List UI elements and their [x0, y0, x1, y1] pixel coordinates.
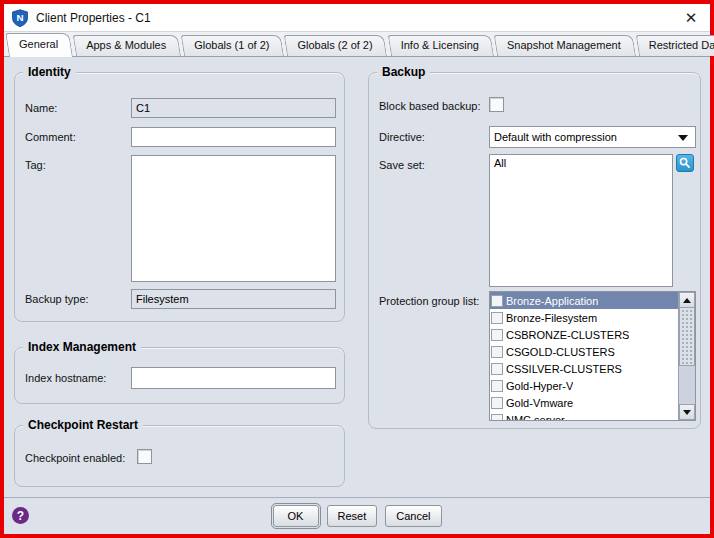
client-properties-dialog: N Client Properties - C1 ✕ General Apps … — [0, 0, 714, 538]
scrollbar-thumb[interactable] — [679, 308, 695, 366]
list-item-label: CSBRONZE-CLUSTERS — [506, 329, 629, 341]
svg-text:N: N — [16, 12, 23, 23]
list-item-checkbox[interactable] — [491, 363, 503, 375]
close-icon[interactable]: ✕ — [682, 9, 700, 27]
protection-group-list: Bronze-Application Bronze-Filesystem CSB… — [489, 291, 696, 421]
list-item-label: Bronze-Filesystem — [506, 312, 597, 324]
chevron-down-icon — [678, 135, 688, 141]
tag-label: Tag: — [25, 159, 46, 171]
scrollbar-track[interactable] — [679, 366, 695, 404]
protection-group-rows: Bronze-Application Bronze-Filesystem CSB… — [490, 292, 678, 420]
list-item-label: CSSILVER-CLUSTERS — [506, 363, 622, 375]
directive-dropdown[interactable]: Default with compression — [489, 126, 696, 148]
list-item-checkbox[interactable] — [491, 346, 503, 358]
window-title: Client Properties - C1 — [36, 11, 151, 25]
backup-legend: Backup — [377, 65, 430, 79]
backup-type-label: Backup type: — [25, 293, 89, 305]
list-item[interactable]: Gold-Vmware — [490, 394, 678, 411]
list-item-label: Bronze-Application — [506, 295, 598, 307]
cancel-button[interactable]: Cancel — [385, 505, 441, 527]
backup-group: Backup Block based backup: Directive: De… — [368, 72, 701, 429]
footer-bar: ? OK Reset Cancel — [4, 497, 710, 534]
identity-group: Identity Name: Comment: Tag: Backup type… — [14, 72, 345, 322]
list-item-label: CSGOLD-CLUSTERS — [506, 346, 615, 358]
list-item[interactable]: CSGOLD-CLUSTERS — [490, 343, 678, 360]
list-item-checkbox[interactable] — [491, 312, 503, 324]
tab-general[interactable]: General — [9, 33, 73, 56]
list-item[interactable]: CSBRONZE-CLUSTERS — [490, 326, 678, 343]
titlebar: N Client Properties - C1 ✕ — [4, 4, 710, 31]
tag-field[interactable] — [131, 155, 336, 282]
list-item-checkbox[interactable] — [491, 295, 503, 307]
list-item-label: Gold-Hyper-V — [506, 380, 573, 392]
checkpoint-enabled-checkbox[interactable] — [137, 449, 152, 464]
general-tab-panel: Identity Name: Comment: Tag: Backup type… — [4, 57, 710, 497]
save-set-search-button[interactable] — [676, 154, 694, 172]
networker-shield-icon: N — [11, 9, 29, 27]
tab-globals-2[interactable]: Globals (2 of 2) — [287, 35, 387, 56]
save-set-label: Save set: — [379, 159, 425, 171]
tab-restricted-data-zones[interactable]: Restricted Data Zones — [639, 35, 714, 56]
list-item[interactable]: NMC server — [490, 411, 678, 420]
index-hostname-label: Index hostname: — [25, 372, 106, 384]
save-set-field[interactable]: All — [489, 154, 673, 287]
tab-info-licensing[interactable]: Info & Licensing — [391, 35, 494, 56]
directive-label: Directive: — [379, 131, 425, 143]
checkpoint-restart-legend: Checkpoint Restart — [23, 418, 143, 432]
comment-label: Comment: — [25, 131, 76, 143]
list-item[interactable]: Bronze-Filesystem — [490, 309, 678, 326]
backup-type-field[interactable] — [131, 289, 336, 309]
protection-group-list-label: Protection group list: — [379, 295, 479, 307]
list-item[interactable]: CSSILVER-CLUSTERS — [490, 360, 678, 377]
list-item-label: NMC server — [506, 414, 565, 421]
name-label: Name: — [25, 102, 57, 114]
scroll-down-icon[interactable] — [679, 404, 695, 420]
list-item-checkbox[interactable] — [491, 397, 503, 409]
checkpoint-restart-group: Checkpoint Restart Checkpoint enabled: — [14, 425, 345, 487]
tab-apps-modules[interactable]: Apps & Modules — [76, 35, 181, 56]
list-item-label: Gold-Vmware — [506, 397, 573, 409]
tab-bar: General Apps & Modules Globals (1 of 2) … — [4, 31, 710, 57]
tab-globals-1[interactable]: Globals (1 of 2) — [184, 35, 284, 56]
scroll-up-icon[interactable] — [679, 292, 695, 308]
ok-button[interactable]: OK — [273, 505, 319, 527]
tab-snapshot-management[interactable]: Snapshot Management — [497, 35, 636, 56]
comment-field[interactable] — [131, 127, 336, 147]
search-icon — [679, 157, 691, 169]
list-item-checkbox[interactable] — [491, 380, 503, 392]
help-icon[interactable]: ? — [12, 507, 29, 524]
list-item[interactable]: Bronze-Application — [490, 292, 678, 309]
directive-selected-value: Default with compression — [494, 131, 617, 143]
list-item[interactable]: Gold-Hyper-V — [490, 377, 678, 394]
identity-legend: Identity — [23, 65, 76, 79]
block-based-backup-checkbox[interactable] — [489, 97, 504, 112]
block-based-backup-label: Block based backup: — [379, 100, 481, 112]
name-field[interactable] — [131, 98, 336, 118]
checkpoint-enabled-label: Checkpoint enabled: — [25, 452, 125, 464]
index-management-legend: Index Management — [23, 340, 141, 354]
reset-button[interactable]: Reset — [327, 505, 378, 527]
index-management-group: Index Management Index hostname: — [14, 347, 345, 404]
list-item-checkbox[interactable] — [491, 329, 503, 341]
list-item-checkbox[interactable] — [491, 414, 503, 421]
list-scrollbar[interactable] — [678, 292, 695, 420]
index-hostname-field[interactable] — [131, 367, 336, 389]
